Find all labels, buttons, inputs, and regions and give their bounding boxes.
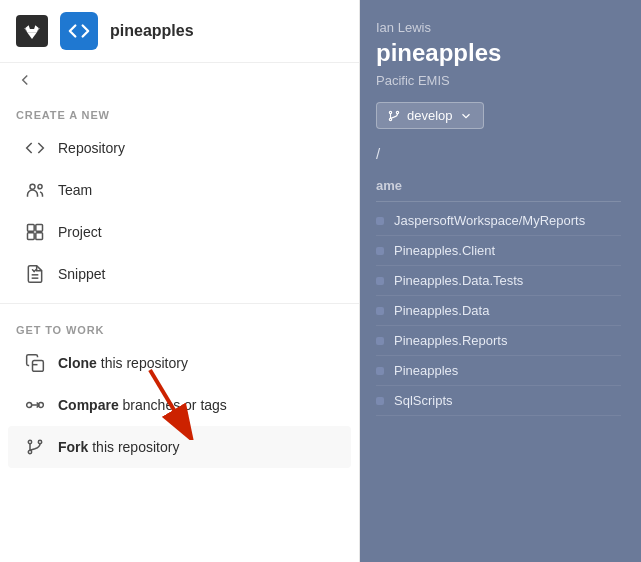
- svg-rect-5: [36, 233, 43, 240]
- file-dot: [376, 217, 384, 225]
- svg-rect-8: [33, 361, 44, 372]
- fork-icon: [24, 436, 46, 458]
- menu-item-fork[interactable]: Fork this repository: [8, 426, 351, 468]
- gitlab-logo-icon: [16, 15, 48, 47]
- fork-label: Fork this repository: [58, 439, 179, 455]
- divider-1: [0, 303, 359, 304]
- file-dot: [376, 247, 384, 255]
- back-button[interactable]: [0, 63, 359, 97]
- file-dot: [376, 397, 384, 405]
- svg-point-20: [389, 111, 391, 113]
- file-dot: [376, 367, 384, 375]
- svg-rect-3: [36, 225, 43, 232]
- snippet-label: Snippet: [58, 266, 105, 282]
- clone-label: Clone this repository: [58, 355, 188, 371]
- menu-item-project[interactable]: Project: [8, 211, 351, 253]
- svg-point-10: [27, 403, 32, 408]
- svg-point-14: [28, 440, 31, 443]
- right-repo-name: pineapples: [376, 39, 621, 67]
- right-content: Ian Lewis pineapples Pacific EMIS develo…: [360, 0, 641, 436]
- branch-label: develop: [407, 108, 453, 123]
- team-icon: [24, 179, 46, 201]
- snippet-icon: [24, 263, 46, 285]
- work-section-label: GET TO WORK: [0, 312, 359, 342]
- menu-item-snippet[interactable]: Snippet: [8, 253, 351, 295]
- menu-item-clone[interactable]: Clone this repository: [8, 342, 351, 384]
- menu-item-compare[interactable]: Compare branches or tags: [8, 384, 351, 426]
- menu-item-repository[interactable]: Repository: [8, 127, 351, 169]
- svg-point-13: [28, 450, 31, 453]
- col-header: ame: [376, 174, 621, 202]
- right-user: Ian Lewis: [376, 20, 621, 35]
- file-name: Pineapples.Data.Tests: [394, 273, 523, 288]
- compare-label: Compare branches or tags: [58, 397, 227, 413]
- file-dot: [376, 277, 384, 285]
- file-dot: [376, 307, 384, 315]
- branch-icon: [387, 109, 401, 123]
- gitlab-svg: [22, 21, 42, 41]
- file-list-item[interactable]: JaspersoftWorkspace/MyReports: [376, 206, 621, 236]
- svg-point-19: [389, 118, 391, 120]
- sidebar: pineapples CREATE A NEW Repository Team: [0, 0, 360, 562]
- file-name: Pineapples: [394, 363, 458, 378]
- file-name: Pineapples.Reports: [394, 333, 507, 348]
- svg-point-21: [396, 111, 398, 113]
- file-list-item[interactable]: SqlScripts: [376, 386, 621, 416]
- menu-item-team[interactable]: Team: [8, 169, 351, 211]
- code-svg: [68, 20, 90, 42]
- create-section-label: CREATE A NEW: [0, 97, 359, 127]
- file-list: JaspersoftWorkspace/MyReports Pineapples…: [376, 206, 621, 416]
- svg-rect-4: [28, 233, 35, 240]
- svg-point-15: [38, 440, 41, 443]
- file-dot: [376, 337, 384, 345]
- repo-icon: [60, 12, 98, 50]
- project-icon: [24, 221, 46, 243]
- file-list-item[interactable]: Pineapples.Client: [376, 236, 621, 266]
- file-name: Pineapples.Client: [394, 243, 495, 258]
- project-label: Project: [58, 224, 102, 240]
- svg-point-1: [38, 185, 42, 189]
- svg-point-0: [30, 184, 35, 189]
- path-breadcrumb: /: [376, 145, 621, 162]
- right-subtitle: Pacific EMIS: [376, 73, 621, 88]
- file-name: JaspersoftWorkspace/MyReports: [394, 213, 585, 228]
- chevron-down-icon: [459, 109, 473, 123]
- sidebar-header: pineapples: [0, 0, 359, 63]
- right-panel: Ian Lewis pineapples Pacific EMIS develo…: [360, 0, 641, 562]
- file-name: Pineapples.Data: [394, 303, 489, 318]
- file-list-item[interactable]: Pineapples: [376, 356, 621, 386]
- clone-icon: [24, 352, 46, 374]
- branch-selector[interactable]: develop: [376, 102, 484, 129]
- compare-icon: [24, 394, 46, 416]
- back-arrow-icon: [16, 71, 34, 89]
- file-list-item[interactable]: Pineapples.Data: [376, 296, 621, 326]
- file-list-item[interactable]: Pineapples.Reports: [376, 326, 621, 356]
- sidebar-title: pineapples: [110, 22, 194, 40]
- file-name: SqlScripts: [394, 393, 453, 408]
- repository-icon: [24, 137, 46, 159]
- repository-label: Repository: [58, 140, 125, 156]
- team-label: Team: [58, 182, 92, 198]
- svg-rect-2: [28, 225, 35, 232]
- file-list-item[interactable]: Pineapples.Data.Tests: [376, 266, 621, 296]
